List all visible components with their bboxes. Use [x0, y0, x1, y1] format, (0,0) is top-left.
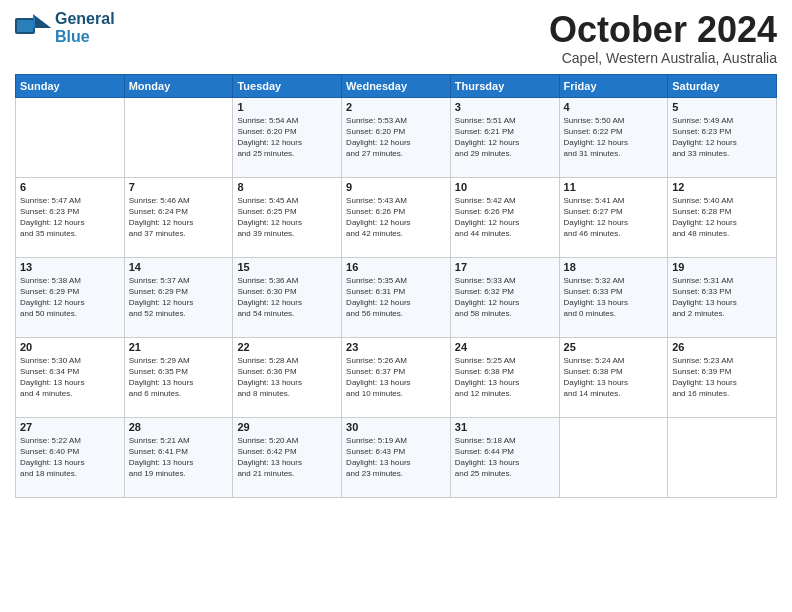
- day-number: 1: [237, 101, 337, 113]
- table-row: 3Sunrise: 5:51 AM Sunset: 6:21 PM Daylig…: [450, 97, 559, 177]
- table-row: 12Sunrise: 5:40 AM Sunset: 6:28 PM Dayli…: [668, 177, 777, 257]
- header-thursday: Thursday: [450, 74, 559, 97]
- day-info: Sunrise: 5:21 AM Sunset: 6:41 PM Dayligh…: [129, 435, 229, 480]
- day-number: 28: [129, 421, 229, 433]
- day-number: 23: [346, 341, 446, 353]
- day-info: Sunrise: 5:30 AM Sunset: 6:34 PM Dayligh…: [20, 355, 120, 400]
- svg-rect-1: [17, 20, 33, 32]
- day-info: Sunrise: 5:42 AM Sunset: 6:26 PM Dayligh…: [455, 195, 555, 240]
- day-number: 20: [20, 341, 120, 353]
- table-row: 9Sunrise: 5:43 AM Sunset: 6:26 PM Daylig…: [342, 177, 451, 257]
- header: General Blue October 2024 Capel, Western…: [15, 10, 777, 66]
- day-info: Sunrise: 5:28 AM Sunset: 6:36 PM Dayligh…: [237, 355, 337, 400]
- header-friday: Friday: [559, 74, 668, 97]
- day-number: 18: [564, 261, 664, 273]
- day-info: Sunrise: 5:53 AM Sunset: 6:20 PM Dayligh…: [346, 115, 446, 160]
- calendar-header: Sunday Monday Tuesday Wednesday Thursday…: [16, 74, 777, 97]
- day-number: 4: [564, 101, 664, 113]
- table-row: 19Sunrise: 5:31 AM Sunset: 6:33 PM Dayli…: [668, 257, 777, 337]
- day-info: Sunrise: 5:24 AM Sunset: 6:38 PM Dayligh…: [564, 355, 664, 400]
- table-row: 8Sunrise: 5:45 AM Sunset: 6:25 PM Daylig…: [233, 177, 342, 257]
- day-number: 13: [20, 261, 120, 273]
- table-row: 27Sunrise: 5:22 AM Sunset: 6:40 PM Dayli…: [16, 417, 125, 497]
- table-row: [16, 97, 125, 177]
- day-info: Sunrise: 5:41 AM Sunset: 6:27 PM Dayligh…: [564, 195, 664, 240]
- table-row: 4Sunrise: 5:50 AM Sunset: 6:22 PM Daylig…: [559, 97, 668, 177]
- calendar-table: Sunday Monday Tuesday Wednesday Thursday…: [15, 74, 777, 498]
- table-row: 24Sunrise: 5:25 AM Sunset: 6:38 PM Dayli…: [450, 337, 559, 417]
- title-section: October 2024 Capel, Western Australia, A…: [549, 10, 777, 66]
- day-number: 3: [455, 101, 555, 113]
- table-row: 16Sunrise: 5:35 AM Sunset: 6:31 PM Dayli…: [342, 257, 451, 337]
- day-info: Sunrise: 5:36 AM Sunset: 6:30 PM Dayligh…: [237, 275, 337, 320]
- table-row: [124, 97, 233, 177]
- day-number: 2: [346, 101, 446, 113]
- day-info: Sunrise: 5:51 AM Sunset: 6:21 PM Dayligh…: [455, 115, 555, 160]
- table-row: 15Sunrise: 5:36 AM Sunset: 6:30 PM Dayli…: [233, 257, 342, 337]
- month-title: October 2024: [549, 10, 777, 50]
- table-row: 6Sunrise: 5:47 AM Sunset: 6:23 PM Daylig…: [16, 177, 125, 257]
- header-wednesday: Wednesday: [342, 74, 451, 97]
- table-row: 22Sunrise: 5:28 AM Sunset: 6:36 PM Dayli…: [233, 337, 342, 417]
- day-number: 16: [346, 261, 446, 273]
- day-number: 19: [672, 261, 772, 273]
- day-info: Sunrise: 5:47 AM Sunset: 6:23 PM Dayligh…: [20, 195, 120, 240]
- header-saturday: Saturday: [668, 74, 777, 97]
- table-row: 2Sunrise: 5:53 AM Sunset: 6:20 PM Daylig…: [342, 97, 451, 177]
- day-info: Sunrise: 5:54 AM Sunset: 6:20 PM Dayligh…: [237, 115, 337, 160]
- subtitle: Capel, Western Australia, Australia: [549, 50, 777, 66]
- day-number: 26: [672, 341, 772, 353]
- day-info: Sunrise: 5:22 AM Sunset: 6:40 PM Dayligh…: [20, 435, 120, 480]
- day-number: 5: [672, 101, 772, 113]
- day-number: 29: [237, 421, 337, 433]
- day-info: Sunrise: 5:23 AM Sunset: 6:39 PM Dayligh…: [672, 355, 772, 400]
- day-number: 22: [237, 341, 337, 353]
- day-number: 31: [455, 421, 555, 433]
- day-info: Sunrise: 5:25 AM Sunset: 6:38 PM Dayligh…: [455, 355, 555, 400]
- day-number: 7: [129, 181, 229, 193]
- day-info: Sunrise: 5:33 AM Sunset: 6:32 PM Dayligh…: [455, 275, 555, 320]
- day-number: 24: [455, 341, 555, 353]
- table-row: [559, 417, 668, 497]
- table-row: 28Sunrise: 5:21 AM Sunset: 6:41 PM Dayli…: [124, 417, 233, 497]
- day-info: Sunrise: 5:43 AM Sunset: 6:26 PM Dayligh…: [346, 195, 446, 240]
- table-row: [668, 417, 777, 497]
- table-row: 21Sunrise: 5:29 AM Sunset: 6:35 PM Dayli…: [124, 337, 233, 417]
- table-row: 7Sunrise: 5:46 AM Sunset: 6:24 PM Daylig…: [124, 177, 233, 257]
- day-info: Sunrise: 5:40 AM Sunset: 6:28 PM Dayligh…: [672, 195, 772, 240]
- day-number: 25: [564, 341, 664, 353]
- header-sunday: Sunday: [16, 74, 125, 97]
- day-info: Sunrise: 5:45 AM Sunset: 6:25 PM Dayligh…: [237, 195, 337, 240]
- day-number: 12: [672, 181, 772, 193]
- day-info: Sunrise: 5:31 AM Sunset: 6:33 PM Dayligh…: [672, 275, 772, 320]
- calendar-body: 1Sunrise: 5:54 AM Sunset: 6:20 PM Daylig…: [16, 97, 777, 497]
- table-row: 31Sunrise: 5:18 AM Sunset: 6:44 PM Dayli…: [450, 417, 559, 497]
- day-number: 17: [455, 261, 555, 273]
- table-row: 20Sunrise: 5:30 AM Sunset: 6:34 PM Dayli…: [16, 337, 125, 417]
- day-number: 11: [564, 181, 664, 193]
- table-row: 1Sunrise: 5:54 AM Sunset: 6:20 PM Daylig…: [233, 97, 342, 177]
- table-row: 29Sunrise: 5:20 AM Sunset: 6:42 PM Dayli…: [233, 417, 342, 497]
- day-info: Sunrise: 5:18 AM Sunset: 6:44 PM Dayligh…: [455, 435, 555, 480]
- day-number: 15: [237, 261, 337, 273]
- table-row: 17Sunrise: 5:33 AM Sunset: 6:32 PM Dayli…: [450, 257, 559, 337]
- table-row: 30Sunrise: 5:19 AM Sunset: 6:43 PM Dayli…: [342, 417, 451, 497]
- day-number: 10: [455, 181, 555, 193]
- logo-line2: Blue: [55, 28, 115, 46]
- day-info: Sunrise: 5:35 AM Sunset: 6:31 PM Dayligh…: [346, 275, 446, 320]
- day-number: 6: [20, 181, 120, 193]
- table-row: 14Sunrise: 5:37 AM Sunset: 6:29 PM Dayli…: [124, 257, 233, 337]
- logo-line1: General: [55, 10, 115, 28]
- table-row: 13Sunrise: 5:38 AM Sunset: 6:29 PM Dayli…: [16, 257, 125, 337]
- day-info: Sunrise: 5:46 AM Sunset: 6:24 PM Dayligh…: [129, 195, 229, 240]
- day-number: 21: [129, 341, 229, 353]
- day-info: Sunrise: 5:20 AM Sunset: 6:42 PM Dayligh…: [237, 435, 337, 480]
- table-row: 11Sunrise: 5:41 AM Sunset: 6:27 PM Dayli…: [559, 177, 668, 257]
- day-number: 27: [20, 421, 120, 433]
- day-info: Sunrise: 5:19 AM Sunset: 6:43 PM Dayligh…: [346, 435, 446, 480]
- day-number: 30: [346, 421, 446, 433]
- day-info: Sunrise: 5:37 AM Sunset: 6:29 PM Dayligh…: [129, 275, 229, 320]
- day-info: Sunrise: 5:49 AM Sunset: 6:23 PM Dayligh…: [672, 115, 772, 160]
- day-info: Sunrise: 5:32 AM Sunset: 6:33 PM Dayligh…: [564, 275, 664, 320]
- table-row: 25Sunrise: 5:24 AM Sunset: 6:38 PM Dayli…: [559, 337, 668, 417]
